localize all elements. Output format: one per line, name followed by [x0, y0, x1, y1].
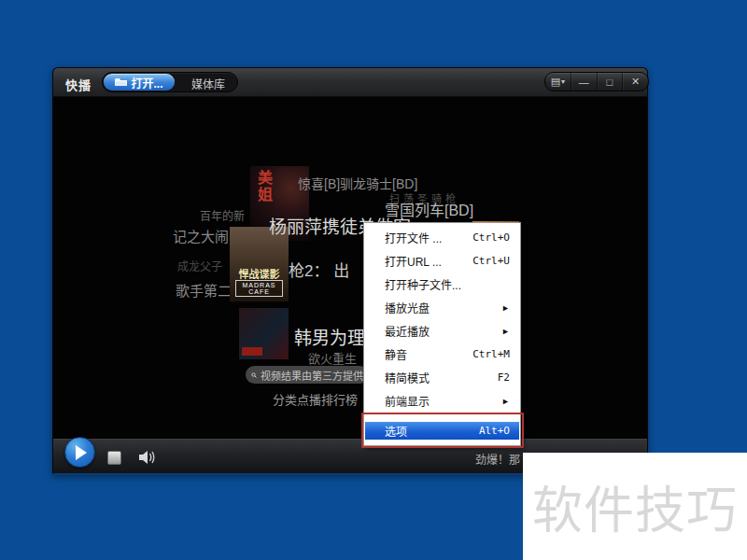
speaker-icon [137, 449, 158, 466]
bg-text: 百年的新 [200, 207, 245, 223]
tab-media-library[interactable]: 媒体库 [181, 75, 235, 91]
menu-item-stay-on-top[interactable]: 前端显示 ► [364, 389, 520, 413]
bg-text: 惊喜[B]驯龙骑士[BD] [298, 174, 417, 192]
poster-subtitle: MADRAS CAFE [235, 280, 283, 297]
bg-text: 韩男为理 [294, 324, 365, 349]
watermark-panel: 软件技巧 [523, 453, 747, 560]
minimize-icon: — [579, 77, 589, 88]
poster-title: 悍战谍影 [230, 266, 289, 281]
bg-text: 记之大闹 [173, 226, 229, 245]
menu-item-open-file[interactable]: 打开文件 ... Ctrl+O [364, 226, 520, 249]
chevron-down-icon: ▾ [561, 77, 565, 86]
video-area: 百年的新 惊喜[B]驯龙骑士[BD] 扫荡圣骑枪 雪国列车[BD] 杨丽萍携徒弟… [53, 97, 647, 441]
maximize-button[interactable]: □ [597, 73, 623, 91]
poster-caption-strip [242, 347, 262, 356]
annotation-highlight-box [361, 413, 524, 448]
titlebar: 快播 打开... 媒体库 ▤ ▾ — □ [53, 68, 647, 97]
menu-item-recent-play[interactable]: 最近播放 ► [364, 319, 520, 343]
bg-text: 成龙父子 [177, 258, 222, 273]
search-input[interactable]: 视频结果由第三方提供 [246, 366, 369, 384]
close-icon: ✕ [631, 76, 640, 88]
tab-open[interactable]: 打开... [104, 74, 175, 91]
menu-item-open-torrent[interactable]: 打开种子文件... [364, 273, 520, 296]
window-controls: ▤ ▾ — □ ✕ [544, 72, 649, 91]
titlebar-tab-group: 打开... 媒体库 [102, 72, 238, 92]
play-icon [76, 445, 87, 460]
menu-item-mute[interactable]: 静音 Ctrl+M [364, 343, 520, 366]
menu-item-compact-mode[interactable]: 精简模式 F2 [364, 366, 520, 389]
submenu-arrow-icon: ► [501, 397, 510, 406]
bg-text: 欲火重生 [308, 349, 357, 367]
tab-open-label: 打开... [131, 75, 162, 91]
playlist-icon: ▤ [551, 76, 560, 88]
tab-library-label: 媒体库 [191, 76, 225, 91]
volume-button[interactable] [137, 449, 158, 466]
poster-title: 美姐 [252, 170, 275, 203]
movie-poster-madras-cafe: 悍战谍影 MADRAS CAFE [230, 227, 289, 301]
news-ticker: 劲爆！那 [475, 451, 520, 467]
maximize-icon: □ [607, 77, 613, 88]
playlist-menu-button[interactable]: ▤ ▾ [545, 73, 571, 91]
movie-poster [239, 308, 289, 359]
menu-item-play-disc[interactable]: 播放光盘 ► [364, 296, 520, 319]
play-button[interactable] [64, 437, 95, 468]
rank-label: 分类点播排行榜 [273, 393, 358, 407]
minimize-button[interactable]: — [571, 73, 597, 91]
player-window: 快播 打开... 媒体库 ▤ ▾ — □ [52, 67, 648, 475]
submenu-arrow-icon: ► [501, 327, 510, 336]
app-logo[interactable]: 快播 [65, 76, 92, 93]
folder-icon [115, 77, 127, 87]
menu-item-open-url[interactable]: 打开URL ... Ctrl+U [364, 249, 520, 273]
close-button[interactable]: ✕ [622, 73, 648, 91]
rank-link[interactable]: 分类点播排行榜| [273, 390, 375, 408]
bg-text: 枪2： 出 [289, 258, 349, 281]
watermark-text: 软件技巧 [532, 469, 738, 543]
stop-button[interactable] [107, 451, 121, 465]
submenu-arrow-icon: ► [501, 303, 510, 313]
search-hint: 视频结果由第三方提供 [261, 368, 363, 383]
search-icon [251, 370, 257, 381]
